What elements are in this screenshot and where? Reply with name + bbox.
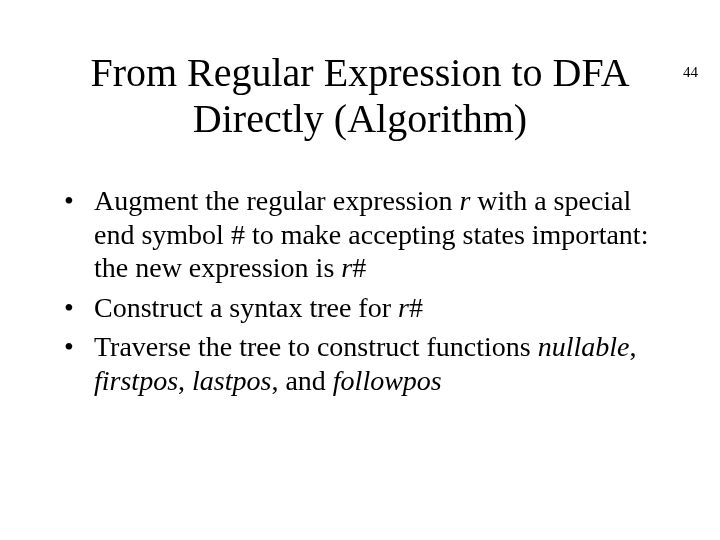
text: Augment the regular expression [94,185,459,216]
text: Construct a syntax tree for [94,292,398,323]
bullet-list: Augment the regular expression r with a … [60,184,660,398]
title-line-2: Directly (Algorithm) [193,96,527,141]
text: , [178,365,192,396]
slide-title: From Regular Expression to DFA Directly … [40,50,680,142]
page-number: 44 [683,64,698,81]
text: , and [271,365,332,396]
bullet-item: Augment the regular expression r with a … [60,184,660,285]
slide-body: Augment the regular expression r with a … [60,184,660,398]
text: , [630,331,637,362]
var-r: r [398,292,409,323]
var-r: r [459,185,470,216]
text: # [409,292,423,323]
title-line-1: From Regular Expression to DFA [90,50,629,95]
fn-nullable: nullable [538,331,630,362]
fn-followpos: followpos [333,365,442,396]
text: # [352,252,366,283]
var-r: r [341,252,352,283]
bullet-item: Construct a syntax tree for r# [60,291,660,325]
fn-firstpos: firstpos [94,365,178,396]
fn-lastpos: lastpos [192,365,271,396]
slide: 44 From Regular Expression to DFA Direct… [0,50,720,540]
bullet-item: Traverse the tree to construct functions… [60,330,660,397]
text: Traverse the tree to construct functions [94,331,538,362]
